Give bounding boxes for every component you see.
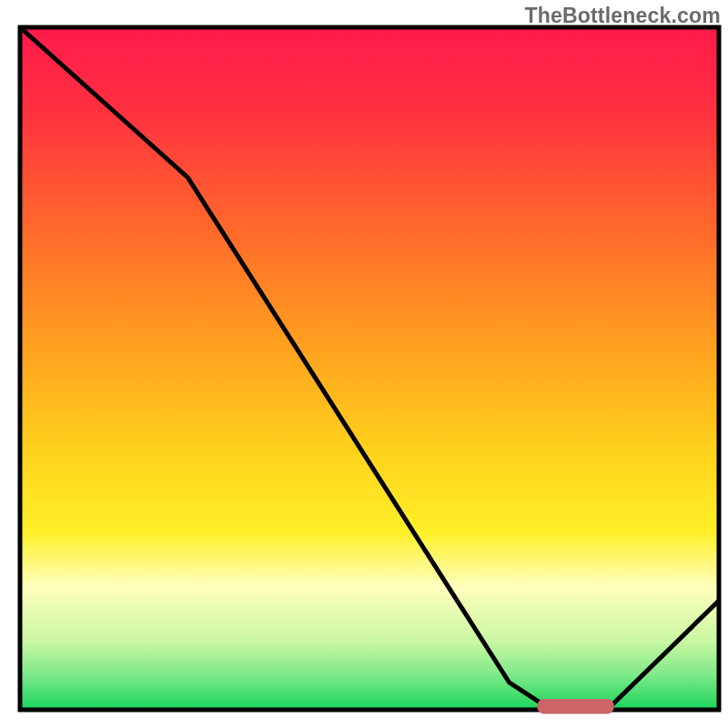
- chart-canvas: TheBottleneck.com: [0, 0, 728, 728]
- optimal-range-marker: [537, 699, 613, 714]
- chart-svg: [0, 0, 728, 728]
- watermark-label: TheBottleneck.com: [524, 4, 721, 28]
- plot-area: [20, 27, 719, 714]
- gradient-background: [20, 27, 719, 710]
